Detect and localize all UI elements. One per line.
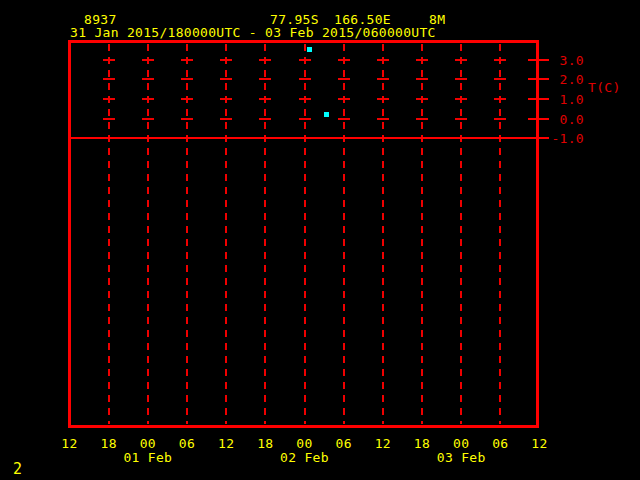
- page-number: 2: [13, 462, 22, 477]
- x-tick-label: 12: [216, 437, 236, 450]
- time-range-title: 31 Jan 2015/180000UTC - 03 Feb 2015/0600…: [70, 26, 436, 39]
- x-tick-label: 06: [177, 437, 197, 450]
- x-tick-label: 06: [334, 437, 354, 450]
- x-tick-label: 00: [451, 437, 471, 450]
- x-tick-label: 18: [412, 437, 432, 450]
- x-tick-label: 18: [99, 437, 119, 450]
- x-date-label: 03 Feb: [436, 451, 486, 464]
- x-tick-label: 12: [373, 437, 393, 450]
- x-tick-label: 06: [490, 437, 510, 450]
- x-tick-label: 00: [295, 437, 315, 450]
- plot-frame: [68, 40, 539, 428]
- x-date-label: 02 Feb: [280, 451, 330, 464]
- meteogram-screen: 8937 77.95S 166.50E 8M 31 Jan 2015/18000…: [0, 0, 640, 480]
- x-tick-label: 00: [138, 437, 158, 450]
- x-tick-label: 12: [60, 437, 80, 450]
- x-tick-label: 12: [530, 437, 550, 450]
- x-date-label: 01 Feb: [123, 451, 173, 464]
- x-tick-label: 18: [255, 437, 275, 450]
- y-axis-title: T(C): [588, 81, 621, 94]
